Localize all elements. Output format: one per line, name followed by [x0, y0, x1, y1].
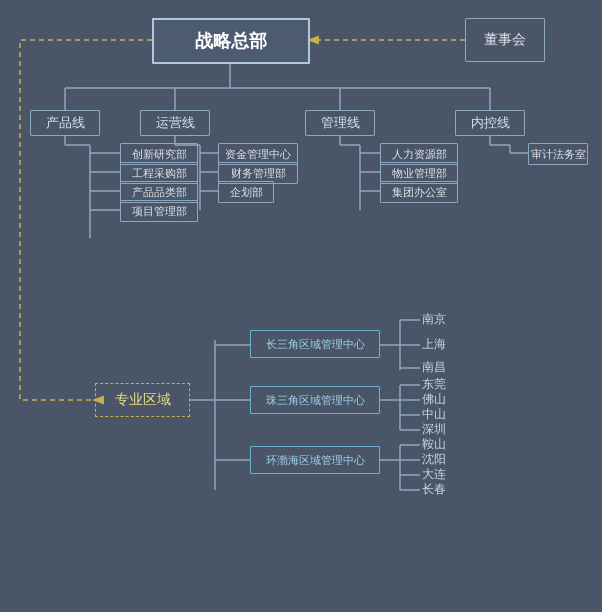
jituan-label: 集团办公室 [392, 185, 447, 200]
zhusanjiao-box: 珠三角区域管理中心 [250, 386, 380, 414]
zhuanye-label: 专业区域 [115, 391, 171, 409]
chanpin-label: 产品线 [46, 114, 85, 132]
jituan-box: 集团办公室 [380, 181, 458, 203]
wuye-label: 物业管理部 [392, 166, 447, 181]
qihua-label: 企划部 [230, 185, 263, 200]
dongshi-box: 董事会 [465, 18, 545, 62]
huanbohai-label: 环渤海区域管理中心 [266, 453, 365, 468]
chuangxin-label: 创新研究部 [132, 147, 187, 162]
changsanjiao-label: 长三角区域管理中心 [266, 337, 365, 352]
neikong-box: 内控线 [455, 110, 525, 136]
gongcheng-label: 工程采购部 [132, 166, 187, 181]
neikong-label: 内控线 [471, 114, 510, 132]
zhusanjiao-label: 珠三角区域管理中心 [266, 393, 365, 408]
xiangmu-box: 项目管理部 [120, 200, 198, 222]
yunying-box: 运营线 [140, 110, 210, 136]
org-chart: 战略总部 董事会 产品线 运营线 管理线 内控线 创新研究部 工程采购部 产品品… [0, 0, 602, 612]
shenji-box: 审计法务室 [528, 143, 588, 165]
chanpin-box: 产品线 [30, 110, 100, 136]
changchun-label: 长春 [422, 481, 446, 498]
guanli-label: 管理线 [321, 114, 360, 132]
xiangmu-label: 项目管理部 [132, 204, 187, 219]
shanghai-label: 上海 [422, 336, 446, 353]
zhuanye-box: 专业区域 [95, 383, 190, 417]
changsanjiao-box: 长三角区域管理中心 [250, 330, 380, 358]
nanjing-label: 南京 [422, 311, 446, 328]
zhanlue-label: 战略总部 [195, 29, 267, 53]
org-lines [0, 0, 602, 612]
shenji-label: 审计法务室 [531, 147, 586, 162]
zijin-label: 资金管理中心 [225, 147, 291, 162]
nanchang-label: 南昌 [422, 359, 446, 376]
renli-label: 人力资源部 [392, 147, 447, 162]
guanli-box: 管理线 [305, 110, 375, 136]
dongshi-label: 董事会 [484, 31, 526, 49]
qihua-box: 企划部 [218, 181, 274, 203]
pinlei-label: 产品品类部 [132, 185, 187, 200]
caiwu-label: 财务管理部 [231, 166, 286, 181]
huanbohai-box: 环渤海区域管理中心 [250, 446, 380, 474]
zhanlue-box: 战略总部 [152, 18, 310, 64]
yunying-label: 运营线 [156, 114, 195, 132]
